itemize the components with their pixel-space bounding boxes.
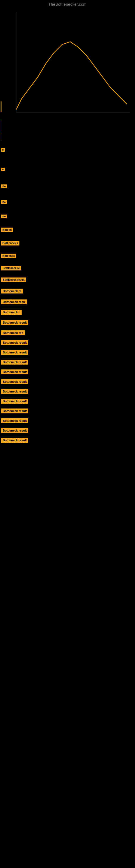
bottleneck-label: Bottleneck result bbox=[1, 340, 28, 345]
list-item: Bottlenec bbox=[1, 253, 134, 259]
list-item: Bottleneck result bbox=[1, 379, 134, 384]
bottleneck-label: Bottleneck res bbox=[1, 330, 25, 335]
bottleneck-label: Bottleneck re bbox=[1, 289, 23, 293]
bottleneck-label: Bottleneck r bbox=[1, 310, 21, 315]
list-item: Bo bbox=[1, 214, 134, 219]
chart-area bbox=[0, 6, 135, 120]
bottleneck-label: Bottleneck resu bbox=[1, 300, 27, 304]
bottleneck-label: Bottlenec bbox=[1, 254, 16, 258]
bottleneck-label: Bottleneck result bbox=[1, 408, 28, 413]
bottleneck-label: Bottleneck result bbox=[1, 350, 28, 355]
bottleneck-label: Bottleneck result bbox=[1, 278, 26, 282]
bottleneck-label: Bottleneck result bbox=[1, 428, 28, 433]
list-item: Bottleneck result bbox=[1, 277, 134, 283]
indicator-line-1 bbox=[1, 120, 1, 131]
list-item: Bottleneck result bbox=[1, 408, 134, 414]
bottleneck-label: Bottleneck result bbox=[1, 379, 28, 384]
list-item: Bottleneck resu bbox=[1, 299, 134, 305]
list-item: Bottleneck res bbox=[1, 330, 134, 336]
list-item: Bottleneck re bbox=[1, 265, 134, 271]
list-item: Bottleneck result bbox=[1, 359, 134, 365]
bottleneck-label: Bottleneck r bbox=[1, 241, 19, 246]
chart-svg bbox=[0, 6, 135, 120]
list-item: Bottleneck r bbox=[1, 240, 134, 246]
bottleneck-label: Bottlen bbox=[1, 227, 13, 232]
list-item: B bbox=[1, 148, 134, 152]
list-item: Bottleneck r bbox=[1, 309, 134, 315]
bottleneck-label: Bottleneck result bbox=[1, 399, 28, 404]
list-item: Bottleneck re bbox=[1, 288, 134, 294]
list-item: Bottleneck result bbox=[1, 340, 134, 346]
indicator-area bbox=[0, 120, 135, 142]
list-item: Bo bbox=[1, 184, 134, 189]
bottleneck-label: Bottleneck result bbox=[1, 418, 28, 423]
indicator-line-2 bbox=[1, 133, 1, 141]
bottleneck-label: B bbox=[1, 148, 5, 152]
list-item: Bottleneck result bbox=[1, 349, 134, 355]
svg-rect-0 bbox=[0, 6, 135, 120]
bottleneck-label: Bottleneck result bbox=[1, 369, 28, 374]
list-item: Bottleneck result bbox=[1, 319, 134, 326]
list-item: Bottleneck result bbox=[1, 418, 134, 424]
list-item: Bo bbox=[1, 199, 134, 205]
bottleneck-label: Bottleneck result bbox=[1, 360, 28, 365]
list-item: B bbox=[1, 167, 134, 172]
bottleneck-label: Bo bbox=[1, 200, 7, 204]
site-title: TheBottlenecker.com bbox=[0, 0, 135, 6]
list-item: Bottleneck result bbox=[1, 389, 134, 394]
bottleneck-label: Bottleneck re bbox=[1, 266, 21, 271]
bottleneck-label: B bbox=[1, 167, 5, 171]
list-item: Bottleneck result bbox=[1, 369, 134, 375]
list-item: Bottleneck result bbox=[1, 398, 134, 404]
bottleneck-label: Bo bbox=[1, 215, 7, 218]
bottleneck-label: Bottleneck result bbox=[1, 389, 28, 394]
results-group: B B Bo Bo Bo Bottlen Bottleneck r Bottle… bbox=[0, 148, 135, 443]
list-item: Bottleneck result bbox=[1, 437, 134, 443]
results-section: B B Bo Bo Bo Bottlen Bottleneck r Bottle… bbox=[0, 142, 135, 443]
bottleneck-label: Bo bbox=[1, 184, 7, 188]
list-item: Bottlen bbox=[1, 227, 134, 233]
bottleneck-label: Bottleneck result bbox=[1, 320, 28, 325]
bottleneck-label: Bottleneck result bbox=[1, 438, 28, 443]
list-item: Bottleneck result bbox=[1, 428, 134, 433]
